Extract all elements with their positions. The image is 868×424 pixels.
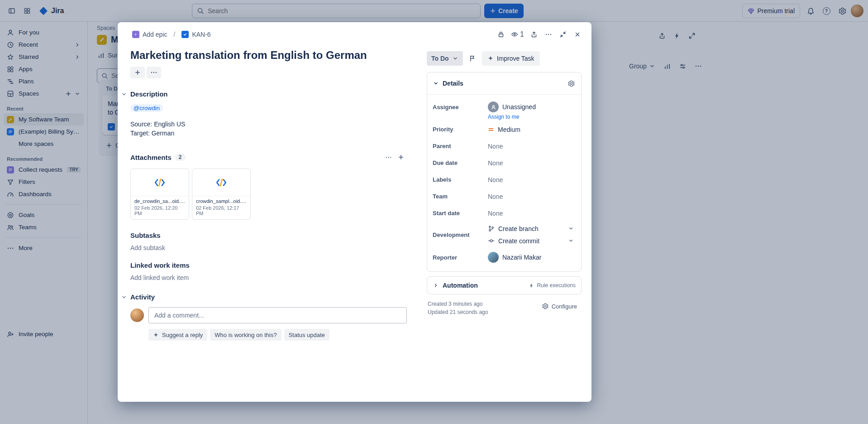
issue-meta-footer: Created 3 minutes ago Updated 21 seconds… [427,300,582,316]
plus-icon [134,69,141,76]
create-commit-row[interactable]: Create commit [488,235,577,247]
watch-button[interactable]: 1 [509,28,526,41]
automation-panel[interactable]: Automation Rule executions [427,276,582,294]
details-settings-button[interactable] [565,77,577,90]
unassigned-avatar-icon [488,101,499,112]
automation-heading: Automation [443,282,478,289]
status-row: To Do Improve Task [427,51,582,66]
issue-key: KAN-6 [192,31,210,38]
breadcrumb-separator: / [172,31,176,38]
field-due-date: Due date None [433,154,577,171]
current-user-avatar [130,308,144,322]
add-content-button[interactable] [130,67,145,78]
assignee-value[interactable]: Unassigned [488,101,536,112]
linked-work-heading: Linked work items [130,261,190,269]
close-modal-button[interactable]: × [571,28,584,41]
branch-options-button[interactable] [565,223,577,234]
flag-icon [469,55,476,62]
activity-heading: Activity [130,293,155,301]
description-source-line: Source: English US [130,120,407,129]
chevron-down-icon [568,238,574,244]
due-date-value[interactable]: None [488,159,503,167]
attachment-date: 02 Feb 2026, 12:20 PM [134,205,185,216]
attachments-section: Attachments 2 de_crowdin_sa...oid.xml 02… [130,151,407,220]
add-attachment-button[interactable] [395,151,407,163]
git-branch-icon [488,225,495,232]
priority-value[interactable]: Medium [488,126,520,133]
reporter-value[interactable]: Nazarii Makar [488,252,541,263]
create-branch-row[interactable]: Create branch [488,222,577,235]
field-labels: Labels None [433,171,577,188]
modal-more-button[interactable] [542,28,555,41]
chevron-down-icon [452,55,458,62]
activity-section: Activity Suggest a reply Who is working … [130,293,407,341]
quick-reply-who-working[interactable]: Who is working on this? [210,329,281,341]
quick-reply-status-update[interactable]: Status update [284,329,329,341]
field-team: Team None [433,188,577,205]
lightning-icon [529,283,534,289]
close-icon: × [575,30,580,39]
mention-chip[interactable]: @crowdin [130,104,163,112]
details-heading: Details [443,80,463,87]
collapse-icon [559,31,567,38]
chevron-down-icon[interactable] [121,294,127,300]
task-icon [181,31,189,38]
gear-icon [568,80,575,87]
chevron-right-icon [433,282,439,289]
field-development: Development Create branch Create commit [433,222,577,248]
quick-reply-row: Suggest a reply Who is working on this? … [148,329,407,341]
description-target-line: Target: German [130,129,407,138]
eye-icon [511,31,518,38]
team-value[interactable]: None [488,193,503,200]
share-icon [530,31,538,38]
reporter-avatar [488,252,499,263]
issue-modal: Add epic / KAN-6 1 × Marketing translati… [118,22,591,402]
comment-input[interactable] [148,307,407,323]
chevron-down-icon[interactable] [433,80,439,87]
field-assignee: Assignee Unassigned Assign to me [433,98,577,121]
share-button[interactable] [527,28,541,41]
labels-value[interactable]: None [488,176,503,183]
priority-medium-icon [488,126,494,133]
attachment-date: 02 Feb 2026, 12:17 PM [196,205,247,216]
field-priority: Priority Medium [433,121,577,138]
collapse-modal-button[interactable] [556,28,570,41]
add-linked-work-button[interactable]: Add linked work item [130,274,407,281]
description-heading: Description [130,90,168,98]
flag-button[interactable] [466,52,479,65]
quick-reply-suggest[interactable]: Suggest a reply [148,329,207,341]
field-start-date: Start date None [433,205,577,222]
attachments-more-button[interactable] [382,151,394,163]
more-horizontal-icon [150,69,157,76]
attachment-card[interactable]: de_crowdin_sa...oid.xml 02 Feb 2026, 12:… [130,169,189,220]
chevron-down-icon [568,226,574,231]
xml-file-icon [154,177,166,188]
subtasks-heading: Subtasks [130,231,161,239]
linked-work-section: Linked work items Add linked work item [130,261,407,281]
parent-value[interactable]: None [488,143,503,150]
modal-header: Add epic / KAN-6 1 × [118,22,591,41]
plus-icon [398,154,404,160]
more-horizontal-icon [545,31,552,38]
status-dropdown[interactable]: To Do [427,51,463,66]
commit-options-button[interactable] [565,236,577,246]
start-date-value[interactable]: None [488,210,503,217]
attachment-filename: de_crowdin_sa...oid.xml [134,198,185,204]
description-body[interactable]: @crowdin Source: English US Target: Germ… [130,103,407,138]
created-timestamp: Created 3 minutes ago [428,300,488,308]
attachment-card[interactable]: crowdin_sampl...oid.xml 02 Feb 2026, 12:… [192,169,251,220]
ai-sparkle-icon [153,332,159,338]
issue-key-button[interactable]: KAN-6 [179,29,213,40]
configure-button[interactable]: Configure [539,300,581,313]
assign-to-me-link[interactable]: Assign to me [488,114,519,120]
more-horizontal-icon [385,154,392,161]
add-epic-button[interactable]: Add epic [129,29,170,40]
restrict-access-button[interactable] [494,28,508,41]
improve-task-button[interactable]: Improve Task [482,51,540,66]
watch-count: 1 [520,30,524,39]
content-more-button[interactable] [147,67,161,78]
add-subtask-button[interactable]: Add subtask [130,244,407,251]
gear-icon [542,303,548,309]
chevron-down-icon[interactable] [121,91,127,97]
lock-icon [497,31,505,38]
